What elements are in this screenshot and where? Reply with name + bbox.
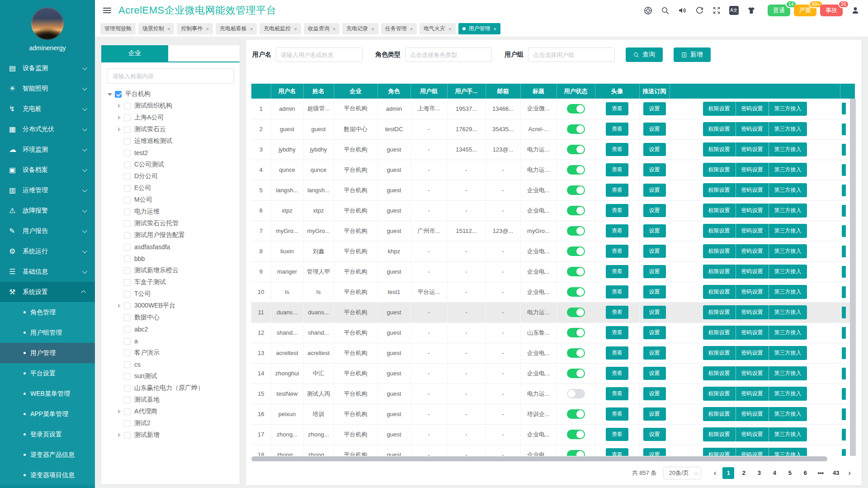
action-button-第三方接入[interactable]: 第三方接入 xyxy=(769,224,807,238)
tree-node-测试新增乐橙云[interactable]: 测试新增乐橙云 xyxy=(116,265,240,276)
tree-checkbox[interactable] xyxy=(124,338,131,345)
hamburger-menu-icon[interactable] xyxy=(103,6,111,14)
tree-checkbox[interactable] xyxy=(124,185,131,192)
table-row[interactable]: 15 testNew 测试人丙 平台机构 guest - - - 电力运... … xyxy=(251,384,855,404)
view-avatar-button[interactable]: 查看 xyxy=(606,407,628,421)
view-avatar-button[interactable]: 查看 xyxy=(606,184,628,197)
horizontal-scrollbar[interactable] xyxy=(251,456,827,461)
tab-任务管理[interactable]: 任务管理 × xyxy=(381,23,417,34)
submenu-item-用户管理[interactable]: 用户管理 xyxy=(0,343,95,363)
action-button-权限设置[interactable]: 权限设置 xyxy=(703,305,736,319)
tab-电气火灾[interactable]: 电气火灾 × xyxy=(420,23,455,34)
user-status-toggle[interactable] xyxy=(567,287,585,297)
tree-node-sun测试[interactable]: sun测试 xyxy=(116,370,240,382)
table-row[interactable]: 8 liuxin 刘鑫 平台机构 khpz - - - 企业电... 查看 设置… xyxy=(251,241,855,261)
view-avatar-button[interactable]: 查看 xyxy=(606,204,628,217)
action-button-第三方接入[interactable]: 第三方接入 xyxy=(769,285,807,299)
action-button-密码设置[interactable]: 密码设置 xyxy=(736,305,769,319)
tree-node-E公司[interactable]: E公司 xyxy=(116,182,240,194)
tree-checkbox[interactable] xyxy=(124,385,131,392)
alarm-pill-严重[interactable]: 严重99+ xyxy=(794,5,816,16)
group-filter-select[interactable] xyxy=(528,47,615,62)
user-status-toggle[interactable] xyxy=(567,389,585,398)
table-row[interactable]: 16 peixun 培训 平台机构 guest - - - 培训企... 查看 … xyxy=(251,404,855,424)
action-button-密码设置[interactable]: 密码设置 xyxy=(736,142,769,156)
user-status-toggle[interactable] xyxy=(567,430,585,439)
action-button-第三方接入[interactable]: 第三方接入 xyxy=(769,102,807,116)
tree-checkbox[interactable] xyxy=(124,173,131,180)
tree-checkbox[interactable] xyxy=(124,232,131,239)
table-row[interactable]: 14 zhonghui 中汇 平台机构 guest - - - 企业电... 查… xyxy=(251,363,855,384)
action-button-密码设置[interactable]: 密码设置 xyxy=(736,387,769,401)
caret-right-icon[interactable] xyxy=(116,114,123,121)
action-button-密码设置[interactable]: 密码设置 xyxy=(736,346,769,360)
tree-node-D分公司[interactable]: D分公司 xyxy=(116,171,240,182)
table-row[interactable]: 17 zhong... zhong... 平台机构 guest - - - 企业… xyxy=(251,424,855,445)
push-settings-button[interactable]: 设置 xyxy=(643,306,666,319)
action-button-权限设置[interactable]: 权限设置 xyxy=(703,204,736,218)
push-settings-button[interactable]: 设置 xyxy=(643,102,666,115)
table-row[interactable]: 11 duans... duans... 平台机构 guest - - - 电力… xyxy=(251,302,855,322)
tree-node-运维巡检测试[interactable]: 运维巡检测试 xyxy=(116,135,240,147)
tab-管理驾驶舱[interactable]: 管理驾驶舱 xyxy=(100,23,136,34)
tree-checkbox[interactable] xyxy=(124,279,131,286)
add-button[interactable]: 新增 xyxy=(674,47,711,62)
action-button-权限设置[interactable]: 权限设置 xyxy=(703,244,736,258)
action-button-权限设置[interactable]: 权限设置 xyxy=(703,224,736,238)
caret-right-icon[interactable] xyxy=(116,302,123,309)
table-row[interactable]: 2 guest guest 数据中心 testDC - 17629... 354… xyxy=(251,119,855,139)
action-button-密码设置[interactable]: 密码设置 xyxy=(736,204,769,218)
action-button-权限设置[interactable]: 权限设置 xyxy=(703,102,736,116)
table-row[interactable]: 7 myGro... myGro... 平台机构 guest 广州市... 15… xyxy=(251,221,855,241)
tab-控制事件[interactable]: 控制事件 × xyxy=(177,23,212,34)
query-button[interactable]: 查询 xyxy=(626,47,663,62)
action-button-第三方接入[interactable]: 第三方接入 xyxy=(769,122,807,136)
view-avatar-button[interactable]: 查看 xyxy=(606,285,628,298)
tree-checkbox[interactable] xyxy=(124,197,131,204)
user-status-toggle[interactable] xyxy=(567,165,585,175)
close-icon[interactable]: × xyxy=(333,26,335,32)
tree-checkbox[interactable] xyxy=(124,326,131,333)
tab-场景控制[interactable]: 场景控制 × xyxy=(138,23,174,34)
view-avatar-button[interactable]: 查看 xyxy=(606,123,628,136)
tree-checkbox[interactable] xyxy=(124,267,131,274)
tree-checkbox[interactable] xyxy=(124,291,131,298)
alarm-pill-事故[interactable]: 事故26 xyxy=(820,5,843,16)
view-avatar-button[interactable]: 查看 xyxy=(606,265,628,278)
translate-icon[interactable]: A文 xyxy=(729,6,739,15)
tree-node-T公司[interactable]: T公司 xyxy=(116,288,240,300)
action-button-第三方接入[interactable]: 第三方接入 xyxy=(769,448,807,456)
close-icon[interactable]: × xyxy=(494,26,496,32)
sidebar-item-system-settings[interactable]: ⚒ 系统设置 xyxy=(0,282,95,302)
tab-收益查询[interactable]: 收益查询 × xyxy=(304,23,340,34)
tree-checkbox[interactable] xyxy=(124,244,131,251)
tree-checkbox[interactable] xyxy=(124,208,131,215)
action-button-第三方接入[interactable]: 第三方接入 xyxy=(769,407,807,421)
push-settings-button[interactable]: 设置 xyxy=(643,265,666,278)
view-avatar-button[interactable]: 查看 xyxy=(606,224,628,237)
user-status-toggle[interactable] xyxy=(567,124,585,134)
view-avatar-button[interactable]: 查看 xyxy=(606,163,628,176)
submenu-item-APP菜单管理[interactable]: APP菜单管理 xyxy=(0,404,95,424)
tab-充电桩监控[interactable]: 充电桩监控 × xyxy=(259,23,301,34)
submenu-item-逆变器项目信息[interactable]: 逆变器项目信息 xyxy=(0,465,95,485)
view-avatar-button[interactable]: 查看 xyxy=(606,143,628,156)
tree-checkbox[interactable] xyxy=(124,161,131,168)
view-avatar-button[interactable]: 查看 xyxy=(606,346,628,360)
action-button-密码设置[interactable]: 密码设置 xyxy=(736,265,769,279)
action-button-第三方接入[interactable]: 第三方接入 xyxy=(769,244,807,258)
action-button-密码设置[interactable]: 密码设置 xyxy=(736,285,769,299)
tree-checkbox[interactable] xyxy=(124,114,131,121)
action-button-密码设置[interactable]: 密码设置 xyxy=(736,407,769,421)
action-button-密码设置[interactable]: 密码设置 xyxy=(736,122,769,136)
table-row[interactable]: 9 manger 管理人甲 平台机构 guest - - - 企业电... 查看… xyxy=(251,261,855,282)
tree-checkbox[interactable] xyxy=(124,150,131,156)
table-row[interactable]: 6 xtpz xtpz 平台机构 guest - - - 企业电... 查看 设… xyxy=(251,200,855,221)
push-settings-button[interactable]: 设置 xyxy=(643,204,666,217)
more-pages-icon[interactable]: ••• xyxy=(815,467,826,479)
sidebar-item-system-running[interactable]: ⚙ 系统运行 xyxy=(0,241,95,261)
page-button-4[interactable]: 4 xyxy=(769,467,780,479)
user-status-toggle[interactable] xyxy=(567,369,585,378)
table-row[interactable]: 18 zhong... zhong... 平台机构 guest - - - 企业… xyxy=(251,445,855,456)
tab-enterprise[interactable]: 企业 xyxy=(101,45,168,62)
